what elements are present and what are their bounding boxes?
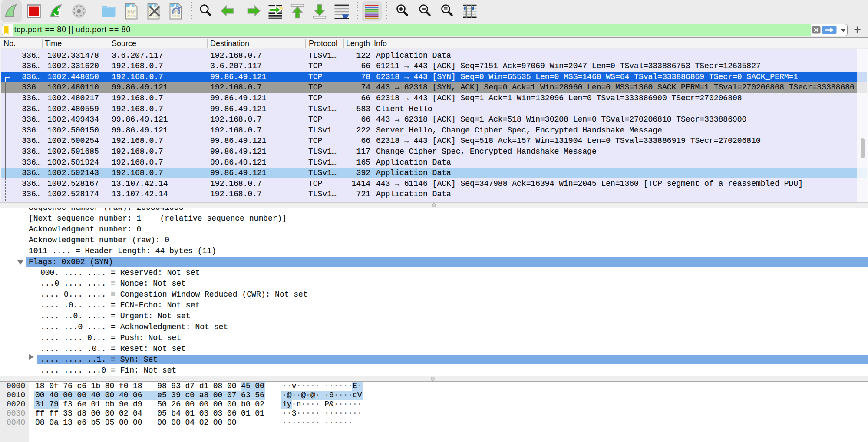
svg-text:01110: 01110 (172, 15, 180, 18)
svg-text:01110: 01110 (127, 15, 136, 18)
